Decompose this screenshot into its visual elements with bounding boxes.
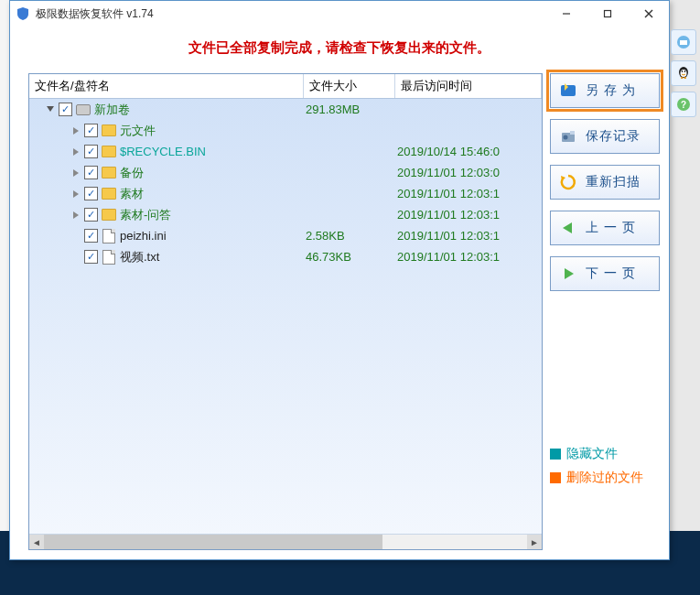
- table-row[interactable]: ✓素材-问答2019/11/01 12:03:1: [29, 204, 542, 225]
- cell-time: 2019/11/01 12:03:1: [397, 208, 542, 222]
- cell-name: ✓素材-问答: [31, 207, 306, 223]
- app-icon: [16, 6, 30, 21]
- scroll-thumb[interactable]: [44, 535, 382, 549]
- app-window: 极限数据恢复软件 v1.74 文件已全部复制完成，请检查下恢复出来的文件。 文件…: [9, 0, 670, 560]
- chevron-right-icon[interactable]: [70, 209, 82, 222]
- checkbox[interactable]: ✓: [84, 124, 98, 137]
- cell-name: ✓素材: [31, 186, 306, 202]
- close-button[interactable]: [628, 1, 669, 27]
- expander-placeholder: [70, 230, 82, 243]
- item-label: 素材-问答: [120, 207, 171, 223]
- scroll-left-icon[interactable]: ◄: [29, 535, 44, 549]
- svg-text:?: ?: [681, 100, 686, 110]
- chevron-right-icon[interactable]: [70, 146, 82, 158]
- save-as-icon: [558, 81, 578, 101]
- table-row[interactable]: ✓新加卷291.83MB: [29, 99, 542, 120]
- table-row[interactable]: ✓备份2019/11/01 12:03:0: [29, 162, 542, 183]
- svg-rect-10: [561, 85, 576, 96]
- item-label: 元文件: [120, 123, 156, 139]
- checkbox[interactable]: ✓: [84, 187, 98, 200]
- folder-icon: [102, 208, 116, 222]
- svg-marker-9: [73, 211, 79, 219]
- checkbox[interactable]: ✓: [84, 208, 98, 222]
- prev-label: 上 一 页: [586, 220, 636, 236]
- cell-size: 2.58KB: [306, 229, 397, 243]
- next-label: 下 一 页: [586, 265, 636, 282]
- minimize-button[interactable]: [545, 1, 587, 27]
- save-log-button[interactable]: 保存记录: [550, 119, 660, 154]
- file-list-panel: 文件名/盘符名 文件大小 最后访问时间 ✓新加卷291.83MB✓元文件✓$RE…: [28, 73, 543, 550]
- svg-point-21: [681, 70, 687, 77]
- legend: 隐藏文件 删除过的文件: [550, 438, 660, 550]
- svg-point-13: [564, 135, 568, 140]
- checkbox[interactable]: ✓: [84, 229, 98, 243]
- svg-marker-17: [565, 268, 574, 279]
- cell-name: ✓新加卷: [31, 102, 306, 118]
- maximize-button[interactable]: [587, 1, 628, 27]
- legend-deleted: 删除过的文件: [550, 470, 660, 486]
- save-log-icon: [558, 126, 578, 146]
- scroll-track[interactable]: [44, 535, 527, 549]
- item-label: $RECYCLE.BIN: [120, 145, 206, 158]
- svg-rect-19: [680, 40, 687, 45]
- cell-size: 46.73KB: [306, 250, 397, 264]
- cell-time: 2019/11/01 12:03:1: [397, 250, 542, 264]
- disk-icon: [76, 103, 91, 117]
- rescan-label: 重新扫描: [586, 174, 641, 190]
- legend-deleted-swatch: [550, 472, 561, 483]
- legend-deleted-label: 删除过的文件: [566, 470, 643, 486]
- file-icon: [102, 229, 116, 243]
- folder-icon: [102, 145, 116, 159]
- status-banner: 文件已全部复制完成，请检查下恢复出来的文件。: [10, 27, 669, 73]
- item-label: 新加卷: [94, 102, 130, 118]
- column-size[interactable]: 文件大小: [304, 74, 395, 98]
- column-name[interactable]: 文件名/盘符名: [29, 74, 304, 98]
- cell-name: ✓peizhi.ini: [31, 229, 306, 243]
- cell-time: 2019/10/14 15:46:0: [397, 145, 542, 158]
- prev-icon: [558, 218, 578, 238]
- prev-page-button[interactable]: 上 一 页: [550, 211, 660, 245]
- next-page-button[interactable]: 下 一 页: [550, 256, 660, 291]
- item-label: peizhi.ini: [120, 229, 167, 243]
- item-label: 备份: [120, 165, 144, 181]
- external-toolbar: ?: [671, 29, 696, 117]
- save-as-label: 另 存 为: [586, 82, 636, 99]
- cell-name: ✓元文件: [31, 123, 306, 139]
- save-as-button[interactable]: 另 存 为: [550, 73, 660, 108]
- svg-marker-16: [563, 222, 572, 233]
- item-label: 视频.txt: [120, 249, 159, 265]
- legend-hidden: 隐藏文件: [550, 446, 660, 462]
- chevron-right-icon[interactable]: [70, 124, 82, 137]
- titlebar: 极限数据恢复软件 v1.74: [10, 1, 669, 27]
- chevron-down-icon[interactable]: [44, 103, 57, 116]
- table-row[interactable]: ✓$RECYCLE.BIN2019/10/14 15:46:0: [29, 141, 542, 162]
- chevron-right-icon[interactable]: [70, 167, 82, 179]
- checkbox[interactable]: ✓: [84, 166, 98, 179]
- ext-tool-qq-icon[interactable]: [671, 60, 696, 86]
- svg-marker-5: [73, 127, 79, 135]
- ext-tool-1[interactable]: [671, 29, 696, 55]
- folder-icon: [102, 187, 116, 201]
- svg-marker-6: [73, 148, 79, 156]
- checkbox[interactable]: ✓: [84, 145, 98, 158]
- folder-icon: [102, 166, 116, 180]
- column-time[interactable]: 最后访问时间: [395, 74, 542, 98]
- expander-placeholder: [70, 251, 82, 264]
- cell-name: ✓视频.txt: [31, 249, 306, 265]
- table-row[interactable]: ✓素材2019/11/01 12:03:1: [29, 183, 542, 204]
- table-row[interactable]: ✓peizhi.ini2.58KB2019/11/01 12:03:1: [29, 225, 542, 246]
- ext-tool-help-icon[interactable]: ?: [671, 92, 696, 117]
- next-icon: [558, 264, 578, 284]
- list-body: ✓新加卷291.83MB✓元文件✓$RECYCLE.BIN2019/10/14 …: [29, 99, 542, 534]
- chevron-right-icon[interactable]: [70, 188, 82, 200]
- svg-point-22: [682, 70, 684, 72]
- horizontal-scrollbar[interactable]: ◄ ►: [29, 534, 542, 549]
- scroll-right-icon[interactable]: ►: [527, 535, 542, 549]
- table-row[interactable]: ✓元文件: [29, 120, 542, 141]
- checkbox[interactable]: ✓: [59, 103, 72, 116]
- table-row[interactable]: ✓视频.txt46.73KB2019/11/01 12:03:1: [29, 246, 542, 267]
- file-icon: [102, 250, 116, 265]
- window-title: 极限数据恢复软件 v1.74: [36, 6, 154, 22]
- rescan-button[interactable]: 重新扫描: [550, 165, 660, 200]
- checkbox[interactable]: ✓: [84, 250, 98, 264]
